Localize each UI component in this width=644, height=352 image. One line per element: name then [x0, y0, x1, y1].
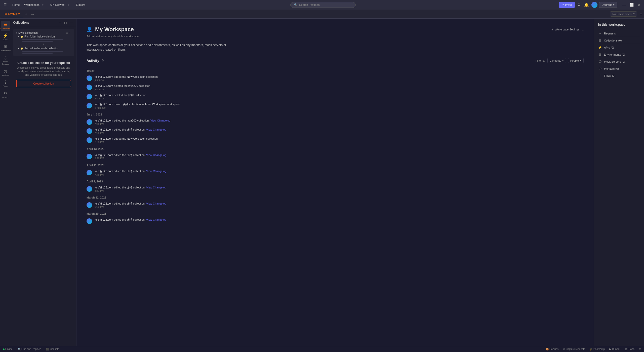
sidebar-item-collections[interactable]: ☰ Collections [1, 21, 10, 31]
info-icon[interactable]: ℹ [582, 28, 584, 31]
changelog-link-3[interactable]: View Changelog [146, 153, 166, 157]
menu-workspaces[interactable]: Workspaces ▾ [22, 3, 47, 7]
changelog-link-7[interactable]: View Changelog [146, 218, 166, 221]
add-summary-text[interactable]: Add a brief summary about this workspace [87, 35, 584, 38]
rp-item-apis[interactable]: ⚡ APIs (0) [598, 44, 640, 51]
close-button[interactable]: ✕ [636, 3, 642, 7]
grid-view-icon[interactable]: ⊞ [639, 12, 643, 17]
notifications-icon-button[interactable]: 🔔 [583, 2, 590, 8]
bootcamp-button[interactable]: 🎓 Bootcamp [589, 347, 606, 351]
workspace-page: 👤 My Workspace ⚙ Workspace Settings ℹ Ad… [76, 19, 594, 233]
activity-item: tolcf@126.com added the New Collection c… [87, 136, 584, 145]
sidebar-history-label: History [2, 96, 9, 98]
changelog-link-5[interactable]: View Changelog [146, 186, 166, 189]
sidebar-mock-label: Mock Servers [2, 61, 9, 65]
statusbar: Online 🔍 Find and Replace ⬛ Console 🍪 Co… [0, 346, 644, 352]
changelog-link-4[interactable]: View Changelog [146, 170, 166, 173]
menu-home[interactable]: Home [10, 3, 22, 7]
settings-icon-button[interactable]: ⚙ [576, 2, 582, 8]
changelog-link[interactable]: View Changelog [150, 119, 171, 122]
layout-toggle[interactable]: ⊞ [638, 347, 642, 351]
minimize-button[interactable]: — [621, 3, 627, 7]
menu-explore[interactable]: Explore [74, 3, 87, 7]
changelog-link-6[interactable]: View Changelog [146, 202, 166, 205]
rp-item-flows[interactable]: ⋮ Flows (0) [598, 72, 640, 79]
elements-filter-button[interactable]: Elements ▾ [547, 58, 566, 63]
trash-button[interactable]: 🗑 Trash [624, 347, 635, 351]
sidebar-item-flows[interactable]: ⋮ Flows [1, 78, 10, 89]
search-box[interactable]: 🔍 Search Postman [290, 2, 356, 8]
avatar-1 [87, 75, 92, 81]
star-icon[interactable]: ☆ [66, 31, 68, 34]
menu-api-network[interactable]: API Network ▾ [48, 3, 73, 7]
collections-more-button[interactable]: ··· [69, 20, 74, 25]
people-filter-button[interactable]: People ▾ [568, 58, 584, 63]
avatar-7 [87, 137, 92, 143]
invite-icon: ✦ [562, 3, 564, 7]
runner-label: Runner [612, 348, 620, 350]
titlebar-actions: ✦ Invite ⚙ 🔔 Upgrade ▾ — ⬜ ✕ [559, 2, 642, 8]
find-replace-icon: 🔍 [18, 348, 21, 350]
monitors-icon: ◷ [4, 69, 7, 73]
folder-icon-2: 📁 [20, 47, 23, 50]
statusbar-right: 🍪 Cookies ⊙ Capture requests 🎓 Bootcamp … [545, 347, 642, 351]
rp-item-requests[interactable]: → Requests [598, 30, 640, 37]
collection-item[interactable]: ▾ My first collection ☆ ··· [15, 31, 72, 35]
avatar[interactable] [591, 2, 597, 8]
capture-requests-button[interactable]: ⊙ Capture requests [562, 347, 586, 351]
rp-item-environments[interactable]: ⊞ Environments (0) [598, 51, 640, 58]
sidebar-item-history[interactable]: ↺ History [1, 89, 10, 100]
folder-bars-1 [21, 39, 72, 42]
create-collection-button[interactable]: Create collection [16, 80, 71, 87]
environment-selector[interactable]: No Environment ▾ [610, 11, 637, 17]
window-controls: — ⬜ ✕ [621, 3, 642, 7]
date-mar29: March 29, 2023 [87, 210, 584, 217]
rp-item-mock-servers[interactable]: ⬡ Mock Servers (0) [598, 58, 640, 65]
sidebar-item-monitors[interactable]: ◷ Monitors [1, 67, 10, 78]
avatar-5 [87, 119, 92, 125]
rp-flows-label: Flows (0) [604, 74, 640, 77]
workspace-settings-button[interactable]: ⚙ Workspace Settings [551, 28, 579, 31]
bootcamp-icon: 🎓 [590, 348, 593, 350]
tab-add-button[interactable]: + [23, 11, 29, 17]
console-button[interactable]: ⬛ Console [45, 347, 60, 351]
filter-collections-button[interactable]: ⊟ [63, 20, 68, 25]
filter-area: Filter by Elements ▾ People ▾ [536, 58, 584, 63]
new-collection-button[interactable]: + [58, 20, 62, 25]
avatar-12 [87, 218, 92, 224]
people-arrow-icon: ▾ [580, 59, 581, 62]
maximize-button[interactable]: ⬜ [628, 3, 635, 7]
folder-item-2[interactable]: ▾ 📁 Second folder inside collection [17, 47, 72, 50]
activity-list: Today tolcf@126.com added the New Collec… [87, 67, 584, 225]
upgrade-button[interactable]: Upgrade ▾ [599, 2, 617, 8]
avatar-10 [87, 186, 92, 192]
invite-button[interactable]: ✦ Invite [559, 2, 575, 8]
expand-icon[interactable]: › [43, 43, 44, 46]
env-arrow-icon: ▾ [633, 12, 635, 16]
mock-bar-4 [22, 53, 53, 54]
sidebar-item-environments[interactable]: ⊞ Environments [1, 43, 10, 53]
folder-item-1[interactable]: ▾ 📁 First folder inside collection [17, 35, 72, 38]
invite-label: Invite [565, 3, 572, 6]
rp-item-collections[interactable]: ☰ Collections (0) [598, 37, 640, 44]
hamburger-icon[interactable]: ☰ [2, 2, 8, 8]
runner-button[interactable]: ▶ Runner [608, 347, 621, 351]
target-label: New Collection [127, 75, 145, 78]
avatar-4 [87, 103, 92, 108]
online-status[interactable]: Online [2, 347, 14, 351]
main-layout: ☰ Collections ⚡ APIs ⊞ Environments ⬡ Mo… [0, 19, 644, 346]
sidebar-item-apis[interactable]: ⚡ APIs [1, 32, 10, 42]
tab-more-button[interactable]: ··· [29, 11, 36, 17]
tabbar: ⊞ Overview + ··· No Environment ▾ ⊞ [0, 10, 644, 19]
collection-more-icon[interactable]: ··· [69, 31, 71, 34]
changelog-link-2[interactable]: View Changelog [146, 128, 166, 131]
sidebar-apis-label: APIs [3, 38, 8, 41]
collection-preview: ▾ My first collection ☆ ··· ▾ 📁 First fo… [13, 29, 74, 56]
refresh-activity-button[interactable]: ↻ [101, 59, 104, 62]
cookies-button[interactable]: 🍪 Cookies [545, 347, 559, 351]
find-replace-button[interactable]: 🔍 Find and Replace [17, 347, 42, 351]
rp-item-monitors[interactable]: ◷ Monitors (0) [598, 65, 640, 72]
date-apr11: April 11, 2023 [87, 161, 584, 168]
sidebar-item-mock-servers[interactable]: ⬡ Mock Servers [1, 54, 10, 67]
tab-overview[interactable]: ⊞ Overview [1, 11, 23, 17]
